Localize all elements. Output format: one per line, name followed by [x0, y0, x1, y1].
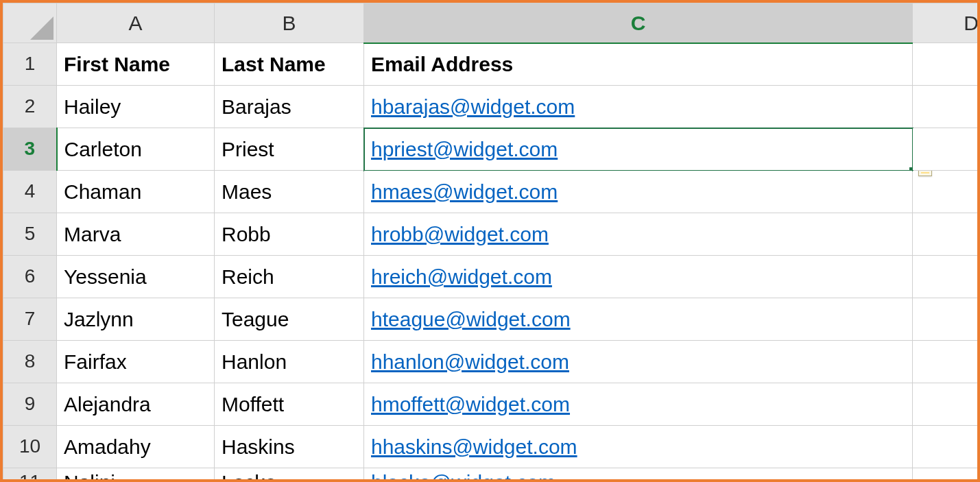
cell-B7[interactable]: Teague — [215, 298, 364, 341]
table-row: 9 Alejandra Moffett hmoffett@widget.com — [3, 383, 981, 426]
cell-B3[interactable]: Priest — [215, 128, 364, 171]
cell-C2[interactable]: hbarajas@widget.com — [364, 86, 913, 128]
cell-D9[interactable] — [913, 383, 981, 426]
row-header-8[interactable]: 8 — [3, 341, 57, 383]
cell-A5[interactable]: Marva — [57, 213, 215, 256]
row-header-9[interactable]: 9 — [3, 383, 57, 426]
column-header-row: A B C D — [3, 3, 981, 43]
cell-B11[interactable]: Locke — [215, 468, 364, 483]
row-header-1[interactable]: 1 — [3, 43, 57, 86]
table-row: 8 Fairfax Hanlon hhanlon@widget.com — [3, 341, 981, 383]
row-header-11[interactable]: 11 — [3, 468, 57, 483]
cell-A3[interactable]: Carleton — [57, 128, 215, 171]
cell-C1[interactable]: Email Address — [364, 43, 913, 86]
cell-B9[interactable]: Moffett — [215, 383, 364, 426]
cell-D6[interactable] — [913, 256, 981, 298]
cell-C10[interactable]: hhaskins@widget.com — [364, 426, 913, 468]
flash-fill-smart-tag-icon[interactable] — [918, 171, 932, 177]
cell-B8[interactable]: Hanlon — [215, 341, 364, 383]
table-row: 11 Nalini Locke hlocke@widget.com — [3, 468, 981, 483]
select-all-triangle-icon — [30, 16, 53, 40]
row-header-2[interactable]: 2 — [3, 86, 57, 128]
row-header-7[interactable]: 7 — [3, 298, 57, 341]
cell-D10[interactable] — [913, 426, 981, 468]
row-header-6[interactable]: 6 — [3, 256, 57, 298]
row-header-10[interactable]: 10 — [3, 426, 57, 468]
cell-A6[interactable]: Yessenia — [57, 256, 215, 298]
cell-B2[interactable]: Barajas — [215, 86, 364, 128]
fill-handle[interactable] — [909, 167, 913, 171]
cell-A11[interactable]: Nalini — [57, 468, 215, 483]
cell-B4[interactable]: Maes — [215, 171, 364, 213]
table-row: 7 Jazlynn Teague hteague@widget.com — [3, 298, 981, 341]
table-row: 1 First Name Last Name Email Address — [3, 43, 981, 86]
cell-D5[interactable] — [913, 213, 981, 256]
cell-B1[interactable]: Last Name — [215, 43, 364, 86]
table-row: 5 Marva Robb hrobb@widget.com — [3, 213, 981, 256]
table-row: 10 Amadahy Haskins hhaskins@widget.com — [3, 426, 981, 468]
cell-C9[interactable]: hmoffett@widget.com — [364, 383, 913, 426]
row-header-3[interactable]: 3 — [3, 128, 57, 171]
cell-A1[interactable]: First Name — [57, 43, 215, 86]
table-row: 4 Chaman Maes hmaes@widget.com — [3, 171, 981, 213]
row-header-5[interactable]: 5 — [3, 213, 57, 256]
column-header-B[interactable]: B — [215, 3, 364, 43]
cell-B10[interactable]: Haskins — [215, 426, 364, 468]
cell-A4[interactable]: Chaman — [57, 171, 215, 213]
column-header-A[interactable]: A — [57, 3, 215, 43]
table-row: 3 Carleton Priest hpriest@widget.com — [3, 128, 981, 171]
column-header-C[interactable]: C — [364, 3, 913, 43]
cell-D11[interactable] — [913, 468, 981, 483]
cell-D3[interactable] — [913, 128, 981, 171]
cell-A2[interactable]: Hailey — [57, 86, 215, 128]
cell-D1[interactable] — [913, 43, 981, 86]
cell-A10[interactable]: Amadahy — [57, 426, 215, 468]
cell-B6[interactable]: Reich — [215, 256, 364, 298]
cell-C4[interactable]: hmaes@widget.com — [364, 171, 913, 213]
table-row: 6 Yessenia Reich hreich@widget.com — [3, 256, 981, 298]
cell-C11[interactable]: hlocke@widget.com — [364, 468, 913, 483]
cell-C6[interactable]: hreich@widget.com — [364, 256, 913, 298]
cell-D2[interactable] — [913, 86, 981, 128]
cell-D4[interactable] — [913, 171, 981, 213]
cell-A9[interactable]: Alejandra — [57, 383, 215, 426]
cell-C5[interactable]: hrobb@widget.com — [364, 213, 913, 256]
cell-A7[interactable]: Jazlynn — [57, 298, 215, 341]
cell-C8[interactable]: hhanlon@widget.com — [364, 341, 913, 383]
row-header-4[interactable]: 4 — [3, 171, 57, 213]
cell-C3-value: hpriest@widget.com — [371, 138, 558, 160]
cell-B5[interactable]: Robb — [215, 213, 364, 256]
cell-C3[interactable]: hpriest@widget.com — [364, 128, 913, 171]
spreadsheet-grid[interactable]: A B C D 1 First Name Last Name Email Add… — [3, 3, 980, 482]
spreadsheet-view: A B C D 1 First Name Last Name Email Add… — [0, 0, 980, 482]
cell-D8[interactable] — [913, 341, 981, 383]
column-header-D[interactable]: D — [913, 3, 981, 43]
cell-C7[interactable]: hteague@widget.com — [364, 298, 913, 341]
cell-A8[interactable]: Fairfax — [57, 341, 215, 383]
select-all-corner[interactable] — [3, 3, 57, 43]
table-row: 2 Hailey Barajas hbarajas@widget.com — [3, 86, 981, 128]
cell-D7[interactable] — [913, 298, 981, 341]
